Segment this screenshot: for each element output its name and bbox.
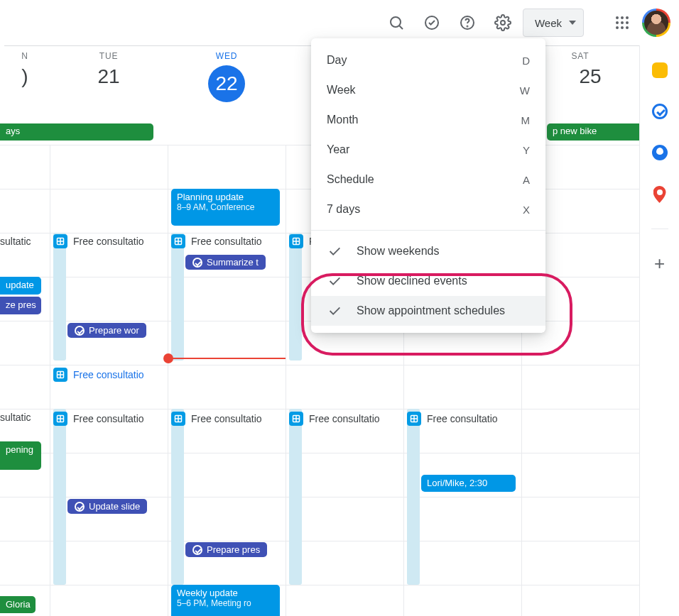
check-icon	[327, 303, 342, 319]
appointment-icon	[53, 234, 67, 248]
appointment-slot[interactable]: Free consultatio	[171, 412, 262, 426]
menu-item-month[interactable]: MonthM	[311, 105, 545, 135]
help-icon[interactable]	[452, 7, 483, 38]
task-label: Prepare wor	[89, 325, 139, 336]
menu-item-key: Y	[523, 144, 530, 156]
slot-label: Free consultatio	[191, 413, 262, 424]
slot-label: Free consultatio	[73, 236, 144, 247]
svg-point-14	[626, 26, 629, 29]
allday-event[interactable]: ays	[0, 123, 153, 141]
event-title: ze pres	[6, 299, 36, 310]
menu-toggle-declined[interactable]: Show declined events	[311, 266, 545, 296]
contact-support-icon[interactable]	[416, 7, 447, 38]
menu-item-year[interactable]: YearY	[311, 135, 545, 165]
svg-point-11	[626, 21, 629, 24]
event-title: Gloria	[6, 599, 31, 610]
event[interactable]: update	[0, 277, 41, 295]
caret-down-icon	[569, 21, 576, 25]
appointment-slot[interactable]: Free consultatio	[171, 234, 262, 248]
day-number-today: 22	[168, 65, 286, 102]
menu-toggle-label: Show declined events	[357, 275, 467, 287]
event[interactable]: pening	[0, 441, 41, 470]
dow-label: WED	[168, 51, 286, 61]
appointment-slot[interactable]: sultatic	[0, 236, 31, 247]
contacts-icon[interactable]	[652, 145, 668, 160]
availability-bar	[289, 409, 302, 585]
svg-point-13	[621, 26, 624, 29]
event-title: pening	[6, 444, 33, 455]
slot-label: sultatic	[0, 236, 31, 247]
availability-bar	[171, 409, 184, 585]
task-chip[interactable]: Prepare pres	[185, 542, 267, 557]
slot-label: sultatic	[0, 412, 31, 423]
menu-item-label: Schedule	[327, 173, 374, 186]
menu-item-label: 7 days	[327, 203, 360, 216]
appointment-slot[interactable]: sultatic	[0, 412, 31, 423]
svg-point-4	[467, 26, 467, 27]
appointment-icon	[289, 234, 303, 248]
task-check-icon	[75, 502, 85, 512]
slot-label: Free consultatio	[73, 369, 144, 380]
task-chip[interactable]: Prepare wor	[67, 323, 146, 338]
allday-event[interactable]: p new bike	[547, 123, 639, 141]
appointment-slot[interactable]: Free consultatio	[53, 368, 144, 382]
get-addons-icon[interactable]: +	[651, 255, 668, 272]
keep-icon[interactable]	[652, 62, 668, 78]
menu-item-7days[interactable]: 7 daysX	[311, 194, 545, 224]
appointment-slot[interactable]: Free consultatio	[407, 412, 498, 426]
maps-icon[interactable]	[653, 186, 666, 203]
google-apps-icon[interactable]	[607, 7, 638, 38]
menu-item-key: D	[522, 55, 530, 67]
svg-point-7	[621, 16, 624, 19]
event[interactable]: Weekly update 5–6 PM, Meeting ro	[171, 585, 280, 616]
day-col: update ze pres pening Gloria sultatic su…	[0, 145, 50, 616]
menu-item-label: Year	[327, 143, 349, 156]
event[interactable]: Planning update 8–9 AM, Conference	[171, 189, 280, 226]
task-label: Prepare pres	[207, 544, 260, 555]
svg-point-12	[616, 26, 619, 29]
menu-toggle-appointment-schedules[interactable]: Show appointment schedules	[311, 296, 545, 326]
svg-point-9	[616, 21, 619, 24]
task-chip[interactable]: Update slide	[67, 499, 147, 514]
availability-bar	[407, 409, 420, 585]
task-chip[interactable]: Summarize t	[185, 255, 266, 270]
appointment-slot[interactable]: Free consultatio	[53, 234, 144, 248]
menu-item-schedule[interactable]: ScheduleA	[311, 165, 545, 194]
event[interactable]: Gloria	[0, 596, 36, 613]
event-subtitle: 8–9 AM, Conference	[177, 202, 274, 212]
tasks-icon[interactable]	[652, 104, 668, 119]
search-icon[interactable]	[381, 7, 412, 38]
availability-bar	[171, 233, 184, 361]
event[interactable]: ze pres	[0, 297, 41, 314]
settings-icon[interactable]	[487, 7, 518, 38]
menu-item-key: M	[521, 114, 531, 126]
avatar-image	[644, 11, 668, 35]
day-number: )	[0, 65, 50, 88]
event[interactable]: Lori/Mike, 2:30	[421, 475, 516, 492]
view-menu: DayD WeekW MonthM YearY ScheduleA 7 days…	[311, 38, 545, 333]
view-switcher-label: Week	[535, 17, 562, 29]
menu-toggle-weekends[interactable]: Show weekends	[311, 236, 545, 266]
task-check-icon	[192, 545, 202, 555]
account-avatar[interactable]	[642, 9, 670, 37]
availability-bar	[53, 233, 66, 361]
svg-point-0	[391, 17, 401, 27]
appointment-icon	[53, 412, 67, 426]
appointment-slot[interactable]: Free consultatio	[289, 412, 380, 426]
now-indicator-line	[168, 358, 286, 359]
slot-label: Free consultatio	[191, 236, 262, 247]
svg-point-5	[501, 21, 505, 25]
availability-bar	[289, 233, 302, 361]
event-title: Planning update	[177, 192, 274, 202]
task-label: Update slide	[89, 501, 140, 512]
view-switcher-button[interactable]: Week	[523, 9, 584, 37]
appointment-slot[interactable]: Free consultatio	[53, 412, 144, 426]
day-col: Planning update 8–9 AM, Conference Free …	[168, 145, 286, 616]
menu-item-week[interactable]: WeekW	[311, 75, 545, 105]
task-check-icon	[75, 326, 85, 336]
slot-label: Free consultatio	[309, 413, 380, 424]
availability-bar	[53, 409, 66, 585]
task-check-icon	[192, 258, 202, 268]
menu-item-day[interactable]: DayD	[311, 45, 545, 75]
dow-label: N	[0, 51, 50, 61]
